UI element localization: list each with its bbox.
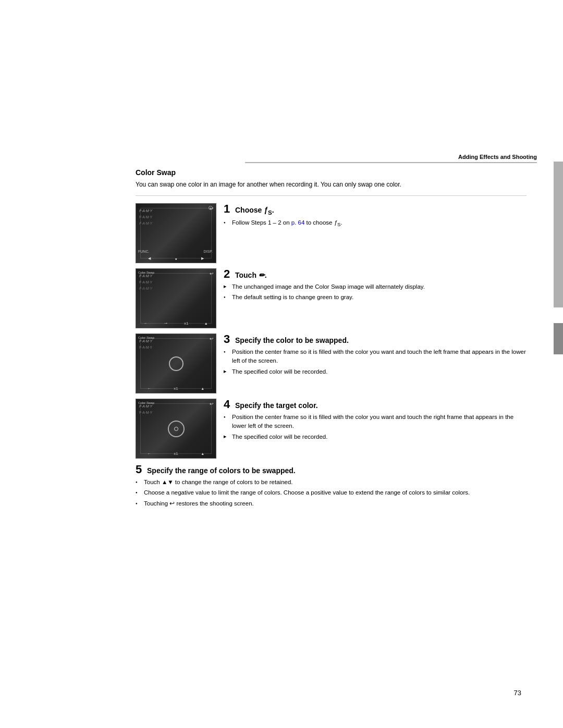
cam-colorswap-label-4: Color Swap <box>138 401 154 404</box>
step-2-bullet-2: The default setting is to change green t… <box>224 293 527 302</box>
step-4-row: ↩ F·A·M·Y F·A·M·Y Color Swap ← x1 <box>136 399 527 459</box>
cam-back-arrow-4: ↩ <box>210 401 214 406</box>
cam-overlay-s3-1: F·A·M·Y <box>139 339 152 343</box>
cam-ctrl-right: ▶ <box>201 256 204 261</box>
step-5-bullet-2: Choose a negative value to limit the ran… <box>136 488 527 497</box>
cam-back-arrow-2: ↩ <box>210 271 214 276</box>
header-label: Adding Effects and Shooting <box>458 154 537 160</box>
cam-back-arrow-3: ↩ <box>210 336 214 341</box>
step-5-number: 5 <box>136 464 145 475</box>
cam-back-arrow-1: ↩ <box>210 206 214 211</box>
step-1-camera-screen: ↩ F·A·M·Y F·A·M·Y F·A·M·Y FUNC. <box>136 204 216 263</box>
divider <box>136 195 527 196</box>
step-5-title: Specify the range of colors to be swappe… <box>147 466 296 475</box>
step-2-content: 2 Touch ✏. The unchanged image and the C… <box>224 268 527 304</box>
page-number: 73 <box>514 689 521 697</box>
cam-bottom-3: ← x1 ▲ <box>136 386 216 391</box>
cam-arrow-2-m: → <box>164 320 168 326</box>
cam-target-4 <box>168 421 185 437</box>
page: Adding Effects and Shooting Color Swap Y… <box>0 0 563 728</box>
cam-arrow-4-r: ▲ <box>201 452 204 455</box>
step-5-bullet-3: Touching ↩ restores the shooting screen. <box>136 499 527 508</box>
section-title: Color Swap <box>136 168 527 177</box>
step-2-bullets: The unchanged image and the Color Swap i… <box>224 282 527 302</box>
step-1-content: 1 Choose ƒS. Follow Steps 1 – 2 on p. 64… <box>224 203 527 230</box>
cam-bottom-1: ◀ ● ▶ <box>136 256 216 261</box>
step-1-header: 1 Choose ƒS. <box>224 203 527 216</box>
step-1-bullets: Follow Steps 1 – 2 on p. 64 to choose ƒS… <box>224 218 527 229</box>
cam-colorswap-label-3: Color Swap <box>138 336 154 339</box>
cam-overlay-s3-2: F·A·M·Y <box>139 346 152 349</box>
cam-overlay-s2-2: F·A·M·Y <box>139 280 152 284</box>
step-5-row: 5 Specify the range of colors to be swap… <box>136 464 527 510</box>
step-3-image: ↩ F·A·M·Y F·A·M·Y Color Swap ← x1 ▲ <box>136 334 216 393</box>
step-4-bullet-1: Position the center frame so it is fille… <box>224 413 527 431</box>
side-tab-small <box>554 323 563 354</box>
step-4-title: Specify the target color. <box>235 401 318 410</box>
step-4-bullet-2: The specified color will be recorded. <box>224 433 527 441</box>
step-4-header: 4 Specify the target color. <box>224 399 527 410</box>
page-header: Adding Effects and Shooting <box>245 154 537 163</box>
cam-overlay-s2-3: F·A·M·Y <box>139 287 152 290</box>
step-3-camera-screen: ↩ F·A·M·Y F·A·M·Y Color Swap ← x1 ▲ <box>136 334 216 393</box>
step-4-bullets: Position the center frame so it is fille… <box>224 413 527 441</box>
step-4-number: 4 <box>224 399 233 410</box>
cam-overlay-3: F·A·M·Y <box>139 221 152 225</box>
step-2-header: 2 Touch ✏. <box>224 268 527 280</box>
step-1-image: ↩ F·A·M·Y F·A·M·Y F·A·M·Y FUNC. <box>136 203 216 263</box>
cam-arrow-3-r: ▲ <box>201 387 204 390</box>
content-area: Color Swap You can swap one color in an … <box>136 164 542 515</box>
cam-colorswap-label-2: Color Swap <box>138 271 154 274</box>
step-2-image: ↩ F·A·M·Y F·A·M·Y F·A·M·Y Color Swap ← →… <box>136 268 216 328</box>
cam-func-1: FUNC. <box>138 250 149 253</box>
step-1-number: 1 <box>224 203 233 215</box>
cam-overlay-s4-2: F·A·M·Y <box>139 411 152 414</box>
cam-ctrl-dot: ● <box>175 257 177 261</box>
step-3-title: Specify the color to be swapped. <box>235 336 349 344</box>
cam-overlay-2: F·A·M·Y <box>139 215 152 219</box>
cam-overlay-s2-1: F·A·M·Y <box>139 274 152 278</box>
step-3-content: 3 Specify the color to be swapped. Posit… <box>224 334 527 378</box>
cam-bottom-2: ← → x1 ▲ <box>136 320 216 326</box>
step-4-image: ↩ F·A·M·Y F·A·M·Y Color Swap ← x1 <box>136 399 216 459</box>
step-5-bullet-1: Touch ▲▼ to change the range of colors t… <box>136 478 527 487</box>
cam-arrow-2-r: ▲ <box>204 322 208 325</box>
step-1-row: ↩ F·A·M·Y F·A·M·Y F·A·M·Y FUNC. <box>136 203 527 263</box>
step-4-image-col: ↩ F·A·M·Y F·A·M·Y Color Swap ← x1 <box>136 399 216 459</box>
side-tab-main <box>554 162 563 307</box>
cam-arrow-4-l: ← <box>148 452 151 455</box>
step-5-header: 5 Specify the range of colors to be swap… <box>136 464 527 475</box>
step-3-bullet-1: Position the center frame so it is fille… <box>224 348 527 366</box>
cam-inner-4 <box>174 427 178 431</box>
step-3-bullets: Position the center frame so it is fille… <box>224 348 527 376</box>
step-2-row: ↩ F·A·M·Y F·A·M·Y F·A·M·Y Color Swap ← →… <box>136 268 527 328</box>
step-5-bullets: Touch ▲▼ to change the range of colors t… <box>136 478 527 508</box>
cam-arrow-3-l: ← <box>148 387 151 390</box>
cam-bottom-4: ← x1 ▲ <box>136 451 216 456</box>
step-3-bullet-2: The specified color will be recorded. <box>224 367 527 376</box>
cam-center-circle-3 <box>169 356 183 371</box>
step-1-bullet-1: Follow Steps 1 – 2 on p. 64 to choose ƒS… <box>224 218 527 229</box>
step-5-content: 5 Specify the range of colors to be swap… <box>136 464 527 510</box>
step-2-title: Touch ✏. <box>235 271 267 279</box>
step-1-title: Choose ƒS. <box>235 206 274 216</box>
cam-disp-1: DISP. <box>204 250 213 253</box>
cam-overlay-1: F·A·M·Y <box>139 209 152 213</box>
step-2-image-col: ↩ F·A·M·Y F·A·M·Y F·A·M·Y Color Swap ← →… <box>136 268 216 328</box>
section-description: You can swap one color in an image for a… <box>136 180 527 189</box>
cam-arrow-2-l: ← <box>144 322 148 325</box>
step-3-number: 3 <box>224 334 233 345</box>
step-4-camera-screen: ↩ F·A·M·Y F·A·M·Y Color Swap ← x1 <box>136 399 216 458</box>
step-3-image-col: ↩ F·A·M·Y F·A·M·Y Color Swap ← x1 ▲ <box>136 334 216 393</box>
step-4-content: 4 Specify the target color. Position the… <box>224 399 527 443</box>
step-3-header: 3 Specify the color to be swapped. <box>224 334 527 345</box>
step-1-image-col: ↩ F·A·M·Y F·A·M·Y F·A·M·Y FUNC. <box>136 203 216 263</box>
step-3-row: ↩ F·A·M·Y F·A·M·Y Color Swap ← x1 ▲ <box>136 334 527 393</box>
cam-zoom-2: x1 <box>184 321 188 326</box>
cam-overlay-s4-1: F·A·M·Y <box>139 404 152 408</box>
cam-zoom-4: x1 <box>174 451 178 456</box>
cam-ctrl-left: ◀ <box>148 256 151 261</box>
steps-container: ↩ F·A·M·Y F·A·M·Y F·A·M·Y FUNC. <box>136 203 527 515</box>
step-2-camera-screen: ↩ F·A·M·Y F·A·M·Y F·A·M·Y Color Swap ← →… <box>136 269 216 328</box>
step-2-number: 2 <box>224 268 233 280</box>
